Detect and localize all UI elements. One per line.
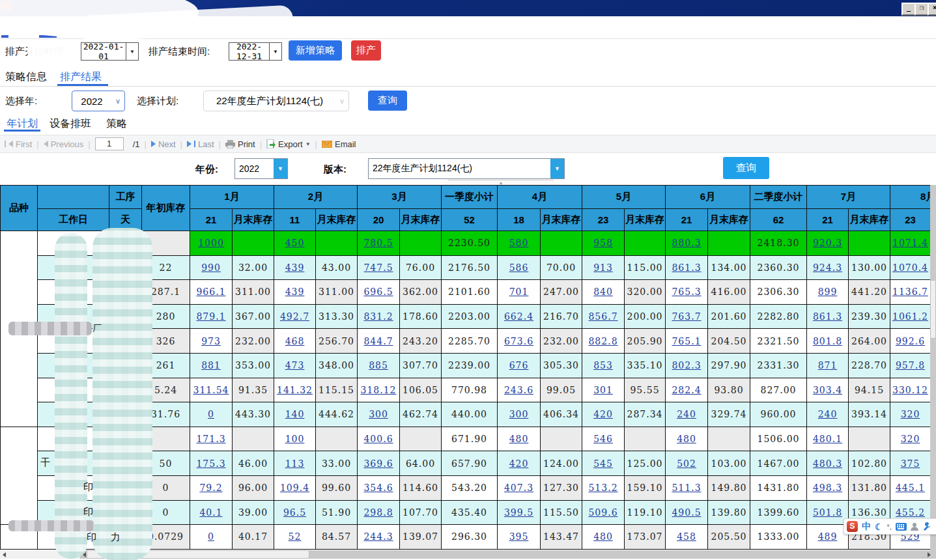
value-link[interactable]: 400.6 [363,434,393,444]
ime-toolbar[interactable]: S 中 ☾ °, [844,518,936,535]
value-link[interactable]: 881 [201,360,221,371]
value-link[interactable]: 113 [285,458,305,469]
value-link[interactable]: 480.3 [813,458,842,469]
version-year-select[interactable]: 2022 [234,158,288,179]
value-cell[interactable]: 240 [666,402,708,427]
value-link[interactable]: 301 [593,385,613,395]
value-cell[interactable]: 450 [274,231,316,256]
value-link[interactable]: 513.2 [588,483,617,493]
end-date-dropdown-icon[interactable] [269,43,281,60]
value-cell[interactable]: 765.3 [666,280,708,305]
value-link[interactable]: 420 [509,458,529,469]
value-cell[interactable]: 545 [582,451,625,476]
value-cell[interactable]: 513.2 [582,475,625,500]
pager-last-button[interactable]: Last [182,139,219,149]
value-cell[interactable]: 913 [582,255,625,280]
value-link[interactable]: 701 [509,287,529,297]
value-cell[interactable]: 924.3 [807,255,849,280]
language-mode-icon[interactable]: 中 [862,521,871,533]
value-link[interactable]: 300 [369,409,388,419]
value-link[interactable]: 1136.7 [892,287,928,297]
value-cell[interactable]: 856.7 [582,304,625,329]
value-link[interactable]: 369.6 [363,458,393,469]
value-link[interactable]: 966.1 [196,287,225,297]
tab-strategy-info[interactable]: 策略信息 [5,70,47,84]
value-cell[interactable]: 399.5 [498,500,541,525]
value-link[interactable]: 501.8 [813,507,842,518]
value-cell[interactable]: 880.3 [666,231,708,256]
end-date-select[interactable]: 2022-12-31 [229,42,282,61]
value-link[interactable]: 0 [208,531,214,542]
value-cell[interactable]: 318.12 [358,378,400,402]
value-link[interactable]: 831.2 [363,311,393,322]
value-link[interactable]: 920.3 [813,238,842,248]
value-cell[interactable]: 966.1 [190,280,233,305]
value-link[interactable]: 856.7 [588,311,617,322]
value-cell[interactable]: 1000 [190,231,233,256]
value-link[interactable]: 244.3 [363,531,393,542]
email-button[interactable]: Email [317,139,361,149]
value-link[interactable]: 509.6 [588,507,617,518]
value-link[interactable]: 96.5 [283,507,306,518]
value-link[interactable]: 879.1 [196,311,225,322]
value-cell[interactable]: 885 [358,353,400,378]
value-cell[interactable]: 300 [498,402,541,427]
value-cell[interactable]: 407.3 [498,475,541,500]
value-link[interactable]: 673.6 [504,336,533,346]
value-link[interactable]: 473 [285,360,305,371]
value-link[interactable]: 882.8 [588,336,617,346]
value-link[interactable]: 502 [677,458,696,469]
value-cell[interactable]: 747.5 [358,255,400,280]
value-link[interactable]: 282.4 [672,385,701,395]
value-cell[interactable]: 992.6 [890,329,931,354]
value-cell[interactable]: 502 [666,451,708,476]
value-link[interactable]: 450 [285,238,305,248]
value-cell[interactable]: 546 [582,427,625,451]
value-cell[interactable]: 400.6 [358,427,400,451]
value-cell[interactable]: 171.3 [190,427,233,451]
value-cell[interactable]: 662.4 [498,304,541,329]
value-link[interactable]: 175.3 [196,458,225,469]
value-link[interactable]: 489 [818,531,838,542]
value-cell[interactable]: 458 [666,525,708,550]
value-cell[interactable]: 96.5 [274,500,316,525]
value-link[interactable]: 1000 [198,238,224,248]
value-cell[interactable]: 243.6 [498,378,541,402]
value-cell[interactable]: 445.1 [890,475,931,500]
value-link[interactable]: 420 [593,409,613,419]
value-link[interactable]: 109.4 [280,483,309,493]
value-link[interactable]: 480 [677,434,696,444]
value-cell[interactable]: 439 [274,280,316,305]
value-cell[interactable]: 765.1 [666,329,708,354]
value-link[interactable]: 375 [901,458,920,469]
value-link[interactable]: 765.1 [672,336,701,346]
value-cell[interactable]: 480 [582,525,625,550]
value-link[interactable]: 354.6 [363,483,393,493]
value-link[interactable]: 586 [509,262,529,273]
value-link[interactable]: 480 [593,531,613,542]
value-cell[interactable]: 990 [190,255,233,280]
value-link[interactable]: 320 [901,409,920,419]
value-cell[interactable]: 511.3 [666,475,708,500]
value-cell[interactable]: 354.6 [358,475,400,500]
version-query-button[interactable]: 查询 [723,157,769,179]
schedule-button[interactable]: 排产 [351,40,381,61]
value-link[interactable]: 318.12 [361,385,397,395]
value-link[interactable]: 79.2 [199,483,222,493]
value-cell[interactable]: 509.6 [582,500,625,525]
value-cell[interactable]: 861.3 [666,255,708,280]
value-cell[interactable]: 301 [582,378,625,402]
value-cell[interactable]: 501.8 [807,500,849,525]
value-cell[interactable]: 473 [274,353,316,378]
punctuation-mode-icon[interactable]: °, [887,523,892,531]
value-cell[interactable]: 79.2 [190,475,233,500]
value-link[interactable]: 957.8 [896,360,925,371]
value-link[interactable]: 801.8 [813,336,842,346]
value-link[interactable]: 844.7 [363,336,393,346]
value-link[interactable]: 439 [285,262,305,273]
value-link[interactable]: 100 [285,434,305,444]
value-link[interactable]: 498.3 [813,483,842,493]
value-cell[interactable]: 175.3 [190,451,233,476]
value-link[interactable]: 780.5 [363,238,393,248]
value-cell[interactable]: 586 [498,255,541,280]
